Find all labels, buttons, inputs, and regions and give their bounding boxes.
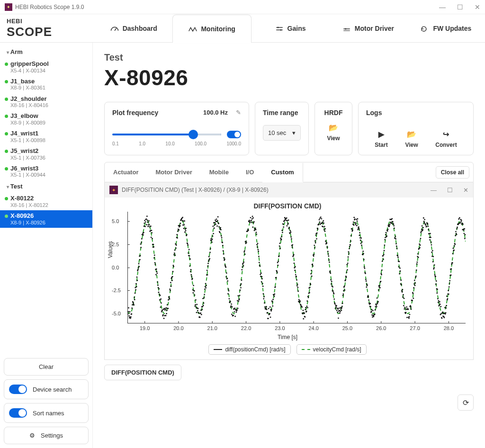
chart-area[interactable]: Values -5.0-2.50.02.55.019.020.021.022.0…: [127, 212, 466, 323]
device-item-selected[interactable]: X-80926X8-9 | X-80926: [0, 210, 92, 228]
plot-maximize-icon[interactable]: ☐: [447, 187, 453, 194]
svg-point-888: [454, 245, 455, 247]
device-item[interactable]: J4_wrist1X5-1 | X-00898: [0, 128, 92, 145]
toggle-on-icon[interactable]: [9, 385, 27, 394]
svg-point-728: [394, 228, 395, 229]
svg-point-247: [213, 222, 215, 224]
svg-point-411: [275, 286, 276, 287]
tab-motor-driver[interactable]: Motor Driver: [329, 14, 407, 42]
device-item[interactable]: X-80122X8-16 | X-80122: [0, 193, 92, 210]
svg-point-448: [288, 227, 290, 228]
itab-motor-driver[interactable]: Motor Driver: [147, 163, 200, 181]
tab-gains[interactable]: Gains: [251, 14, 329, 42]
sort-names-toggle[interactable]: Sort names: [4, 403, 89, 423]
refresh-button[interactable]: ⟳: [458, 394, 474, 411]
svg-point-492: [305, 307, 306, 308]
svg-point-737: [397, 255, 398, 257]
svg-point-689: [379, 285, 380, 287]
svg-point-548: [326, 242, 327, 244]
svg-point-514: [314, 254, 315, 255]
svg-point-588: [341, 307, 342, 309]
edit-icon[interactable]: ✎: [236, 109, 241, 116]
device-item[interactable]: J1_baseX8-9 | X-80361: [0, 76, 92, 93]
svg-point-809: [424, 219, 425, 220]
svg-point-590: [342, 303, 343, 304]
itab-custom[interactable]: Custom: [262, 163, 303, 182]
svg-point-522: [316, 233, 318, 234]
svg-point-543: [324, 231, 326, 232]
svg-point-130: [169, 288, 171, 290]
slider-knob-icon[interactable]: [189, 130, 198, 139]
svg-point-139: [172, 265, 174, 266]
window-minimize-icon[interactable]: —: [439, 3, 446, 11]
svg-point-242: [211, 242, 213, 243]
frequency-slider[interactable]: [112, 134, 221, 135]
plot-close-icon[interactable]: ✕: [463, 187, 468, 194]
svg-point-530: [319, 218, 321, 219]
legend-item-vel[interactable]: velocityCmd [rad/s]: [296, 344, 367, 355]
tab-fw-updates[interactable]: FW Updates: [407, 14, 485, 42]
toggle-on-icon[interactable]: [9, 408, 27, 418]
svg-point-906: [460, 221, 462, 222]
plot-frequency-card: Plot frequency 100.0 Hz ✎ 0.1 1.0 10.0 1…: [104, 102, 249, 155]
window-close-icon[interactable]: ✕: [475, 3, 480, 11]
svg-point-656: [367, 285, 368, 286]
frequency-toggle[interactable]: [227, 131, 241, 138]
svg-point-772: [410, 306, 412, 308]
group-header-test[interactable]: Test: [0, 180, 92, 193]
svg-point-121: [166, 313, 167, 314]
svg-point-516: [314, 247, 315, 249]
itab-mobile[interactable]: Mobile: [201, 163, 237, 181]
logs-view-button[interactable]: 📂View: [405, 130, 418, 148]
svg-point-441: [286, 217, 287, 219]
svg-point-468: [296, 279, 297, 281]
group-header-arm[interactable]: Arm: [0, 45, 92, 58]
svg-point-46: [138, 267, 139, 269]
svg-point-422: [279, 245, 280, 247]
svg-point-564: [332, 286, 333, 287]
device-item[interactable]: J2_shoulderX8-16 | X-80416: [0, 93, 92, 111]
svg-point-78: [150, 230, 151, 232]
itab-actuator[interactable]: Actuator: [105, 163, 147, 181]
svg-point-219: [203, 305, 204, 306]
device-item[interactable]: J6_wrist3X5-1 | X-00944: [0, 163, 92, 180]
device-search-toggle[interactable]: Device search: [4, 379, 89, 399]
tab-dashboard[interactable]: Dashboard: [95, 14, 172, 42]
clear-button[interactable]: Clear: [4, 358, 89, 376]
hrdf-view-button[interactable]: 📂 View: [323, 123, 344, 142]
logs-convert-button[interactable]: ↪Convert: [435, 130, 457, 148]
svg-point-875: [449, 283, 450, 284]
plot-minimize-icon[interactable]: —: [431, 187, 437, 194]
plot-chip[interactable]: DIFF(POSITION CMD): [104, 365, 181, 380]
time-range-select[interactable]: 10 sec ▾: [263, 125, 301, 141]
svg-point-524: [317, 229, 318, 230]
close-all-button[interactable]: Close all: [436, 166, 469, 179]
svg-point-838: [435, 276, 436, 278]
play-icon: ▶: [378, 130, 384, 139]
svg-point-482: [301, 306, 303, 308]
svg-point-776: [412, 300, 413, 301]
device-item[interactable]: J5_wrist2X5-1 | X-00736: [0, 145, 92, 163]
svg-point-120: [165, 307, 167, 309]
svg-point-114: [163, 318, 165, 319]
svg-point-34: [133, 305, 135, 306]
logs-start-button[interactable]: ▶Start: [375, 130, 387, 148]
device-item[interactable]: J3_elbowX8-9 | X-80089: [0, 110, 92, 128]
svg-point-94: [156, 269, 157, 270]
main-panel: Test X-80926 Plot frequency 100.0 Hz ✎ 0…: [93, 43, 485, 448]
legend-item-diff[interactable]: diff(positionCmd) [rad/s]: [208, 344, 290, 355]
sliders-icon: [275, 26, 284, 31]
svg-point-528: [319, 219, 320, 221]
svg-point-581: [339, 307, 340, 309]
window-maximize-icon[interactable]: ☐: [457, 3, 463, 11]
svg-point-491: [305, 309, 306, 310]
itab-io[interactable]: I/O: [237, 163, 262, 181]
device-item[interactable]: gripperSpoolX5-4 | X-00134: [0, 58, 92, 76]
settings-button[interactable]: ⚙ Settings: [4, 427, 89, 444]
svg-point-488: [304, 313, 305, 314]
svg-point-704: [385, 237, 386, 238]
card-title: Time range: [263, 109, 301, 116]
tab-monitoring[interactable]: Monitoring: [172, 15, 251, 43]
svg-point-392: [268, 318, 269, 319]
svg-point-42: [136, 277, 138, 278]
